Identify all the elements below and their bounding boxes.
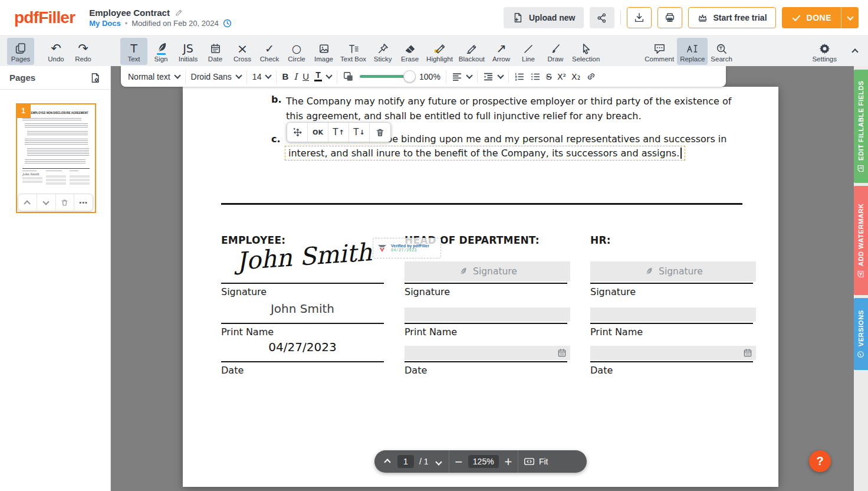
tool-settings[interactable]: Settings <box>809 38 840 65</box>
tool-date[interactable]: Date <box>202 38 229 65</box>
download-button[interactable] <box>627 7 652 28</box>
department-date-field[interactable] <box>405 346 570 360</box>
link-button[interactable] <box>586 71 597 82</box>
draw-brush-icon <box>549 42 561 55</box>
pdffiller-logo[interactable]: pdfFiller <box>14 8 75 27</box>
done-dropdown-button[interactable] <box>841 7 859 28</box>
delete-text-button[interactable] <box>370 123 390 142</box>
tool-line[interactable]: Line <box>515 38 542 65</box>
move-text-button[interactable] <box>287 123 308 142</box>
check-tool-icon: ✓ <box>265 42 274 55</box>
upload-new-button[interactable]: Upload new <box>504 7 584 28</box>
tool-cross[interactable]: × Cross <box>229 38 256 65</box>
page-up-button[interactable] <box>18 194 37 211</box>
collapse-toolbar-button[interactable] <box>849 42 861 60</box>
ordered-list-button[interactable] <box>514 71 525 82</box>
tool-replace[interactable]: Replace <box>677 38 708 65</box>
font-size-select[interactable]: 14 <box>252 72 271 81</box>
thumbnail-text-lines <box>22 118 81 121</box>
bullet-list-button[interactable] <box>530 71 541 82</box>
page-number-input[interactable]: 1 <box>397 455 414 468</box>
clock-history-icon <box>857 351 865 358</box>
slider-knob[interactable] <box>403 70 416 83</box>
zoom-in-button[interactable]: + <box>504 456 512 467</box>
tool-text-box[interactable]: Text Box <box>337 38 369 65</box>
tool-search[interactable]: Search <box>708 38 735 65</box>
font-family-select[interactable]: Droid Sans <box>191 72 241 81</box>
done-button[interactable]: DONE <box>782 7 841 28</box>
zoom-out-button[interactable]: − <box>455 456 463 467</box>
paragraph-c-editing-box[interactable]: interest, and shall inure to the benefit… <box>285 146 685 161</box>
page-up-button[interactable] <box>383 454 392 469</box>
quill-icon <box>458 267 468 277</box>
text-box-icon <box>347 42 360 55</box>
hr-date-field[interactable] <box>590 346 756 360</box>
tool-selection[interactable]: Selection <box>569 38 603 65</box>
hr-signature-field[interactable]: Signature <box>590 261 756 281</box>
tool-redo[interactable]: ↷ Redo <box>70 38 97 65</box>
delete-page-button[interactable] <box>56 194 75 211</box>
ok-button[interactable]: OK <box>308 123 328 142</box>
page-down-button[interactable] <box>434 454 443 469</box>
align-button[interactable] <box>452 71 472 82</box>
paragraph-style-select[interactable]: Normal text <box>128 72 180 81</box>
font-increase-button[interactable]: T↑ <box>328 123 349 142</box>
paragraph-c-line1[interactable]: be binding upon me and my personal repre… <box>386 133 726 145</box>
tool-sign[interactable]: Sign <box>147 38 175 65</box>
indent-button[interactable] <box>483 71 503 82</box>
hr-print-name-field[interactable] <box>590 307 756 322</box>
document-title-block: Employee Contract My Docs • Modified on … <box>89 8 231 28</box>
tool-initials[interactable]: JS Initials <box>175 38 202 65</box>
tool-undo[interactable]: ↶ Undo <box>42 38 70 65</box>
more-options-button[interactable]: ••• <box>74 194 93 211</box>
tool-erase[interactable]: Erase <box>396 38 423 65</box>
page-down-button[interactable] <box>37 194 56 211</box>
page-settings-icon[interactable] <box>89 72 101 84</box>
help-button[interactable]: ? <box>809 450 831 472</box>
strikethrough-button[interactable]: S <box>546 71 552 81</box>
verified-stamp[interactable]: Verified by pdfFiller 04/27/2023 <box>373 238 441 258</box>
search-icon <box>715 42 728 55</box>
tool-highlight[interactable]: Highlight <box>423 38 456 65</box>
tab-versions[interactable]: VERSIONS <box>854 298 868 370</box>
employee-print-name-value[interactable]: John Smith <box>221 302 384 316</box>
italic-button[interactable]: I <box>294 71 297 82</box>
tool-draw[interactable]: Draw <box>542 38 569 65</box>
share-button[interactable] <box>590 7 614 28</box>
zoom-level-input[interactable]: 125% <box>468 455 499 468</box>
tool-text[interactable]: T Text <box>120 38 147 65</box>
tool-arrow[interactable]: ↗ Arrow <box>488 38 515 65</box>
breadcrumb-my-docs[interactable]: My Docs <box>89 19 120 28</box>
tool-pages[interactable]: Pages <box>7 38 34 65</box>
superscript-button[interactable]: X² <box>557 72 566 81</box>
fit-to-width-button[interactable]: Fit <box>524 457 548 466</box>
paragraph-b[interactable]: The Company may notify any future or pro… <box>286 94 734 123</box>
page-thumbnail[interactable]: 1 EMPLOYEE NON-DISCLOSURE AGREEMENT John… <box>16 103 96 213</box>
tool-sticky[interactable]: Sticky <box>369 38 396 65</box>
employee-date-value[interactable]: 04/27/2023 <box>221 340 384 354</box>
print-button[interactable] <box>657 7 682 28</box>
font-decrease-button[interactable]: T↓ <box>349 123 370 142</box>
start-free-trial-button[interactable]: Start free trial <box>688 7 776 28</box>
department-signature-field[interactable]: Signature <box>405 261 570 281</box>
tab-edit-fillable-fields[interactable]: EDIT FILLABLE FIELDS <box>854 70 868 183</box>
underline-button[interactable]: U <box>303 71 309 81</box>
opacity-icon[interactable] <box>343 71 354 83</box>
quill-icon <box>643 267 653 277</box>
opacity-slider[interactable] <box>360 75 410 78</box>
blackout-icon <box>465 42 478 55</box>
subscript-button[interactable]: X₂ <box>571 72 580 81</box>
tool-image[interactable]: Image <box>310 38 337 65</box>
bold-button[interactable]: B <box>282 71 288 81</box>
edit-title-icon[interactable] <box>175 9 183 17</box>
date-label: Date <box>405 365 427 376</box>
comment-icon <box>653 42 666 55</box>
tool-circle[interactable]: ○ Circle <box>283 38 310 65</box>
tool-comment[interactable]: Comment <box>642 38 677 65</box>
header-actions: Upload new Start free trial DONE <box>504 7 859 28</box>
department-print-name-field[interactable] <box>405 307 570 322</box>
tool-blackout[interactable]: Blackout <box>456 38 488 65</box>
tab-add-watermark[interactable]: ADD WATERMARK <box>854 186 868 295</box>
tool-check[interactable]: ✓ Check <box>256 38 283 65</box>
text-color-button[interactable]: T <box>314 71 331 81</box>
